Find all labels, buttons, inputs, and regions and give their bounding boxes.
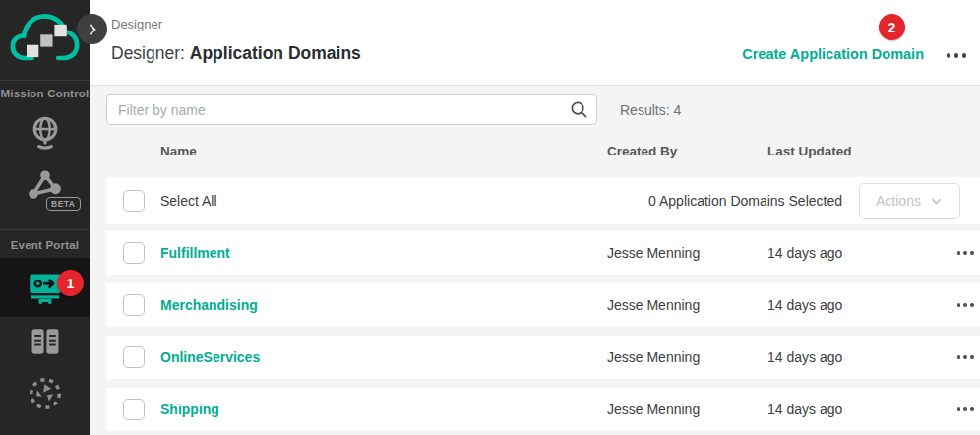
created-by-cell: Jesse Menning (607, 402, 767, 417)
sidebar-divider (0, 80, 90, 81)
sidebar: Mission Control BETA Event Portal (0, 0, 90, 435)
page-title-prefix: Designer: (111, 43, 190, 63)
created-by-cell: Jesse Menning (607, 349, 767, 365)
table-row: Merchandising Jesse Menning 14 days ago (106, 283, 980, 327)
chevron-down-icon (929, 194, 944, 209)
sidebar-item-catalog[interactable] (0, 323, 90, 360)
row-checkbox[interactable] (123, 242, 145, 264)
column-header-created-by: Created By (607, 144, 767, 158)
catalog-icon (27, 323, 64, 360)
create-application-domain-button[interactable]: Create Application Domain (742, 46, 924, 62)
column-header-last-updated: Last Updated (767, 144, 940, 158)
sidebar-item-runtime-event-manager[interactable] (0, 375, 90, 412)
main-panel: Designer Designer: Application Domains C… (90, 0, 980, 435)
breadcrumb: Designer (111, 17, 162, 31)
table-row: OnlineServices Jesse Menning 14 days ago (106, 336, 980, 379)
select-all-row: Select All 0 Application Domains Selecte… (106, 177, 980, 224)
application-domain-link[interactable]: Fulfillment (160, 245, 230, 261)
ellipsis-icon (957, 407, 961, 411)
last-updated-cell: 14 days ago (767, 297, 940, 313)
application-domain-link[interactable]: Shipping (160, 402, 219, 417)
application-domain-link[interactable]: OnlineServices (160, 349, 260, 365)
sidebar-divider (0, 229, 90, 230)
sidebar-item-mission-control-clouds[interactable] (0, 112, 90, 154)
chevron-right-icon (86, 23, 99, 36)
created-by-cell: Jesse Menning (607, 297, 767, 313)
mission-control-section-label: Mission Control (0, 88, 90, 99)
results-count: Results: 4 (620, 102, 681, 118)
page-title-bold: Application Domains (190, 43, 361, 63)
selection-summary: 0 Application Domains Selected (648, 193, 842, 209)
page-title: Designer: Application Domains (111, 43, 361, 64)
last-updated-cell: 14 days ago (767, 245, 940, 261)
annotation-badge-1: 1 (57, 270, 84, 296)
solace-cloud-logo[interactable] (9, 6, 80, 79)
sidebar-collapse-button[interactable] (77, 14, 107, 44)
row-overflow-menu-button[interactable] (955, 298, 976, 312)
row-overflow-menu-button[interactable] (955, 350, 976, 364)
ellipsis-icon (957, 355, 961, 359)
last-updated-cell: 14 days ago (767, 349, 940, 365)
filter-by-name-input[interactable] (106, 94, 597, 125)
ellipsis-icon (957, 303, 961, 307)
beta-badge: BETA (46, 197, 81, 211)
created-by-cell: Jesse Menning (607, 245, 767, 261)
search-icon (570, 100, 588, 119)
globe-icon (27, 112, 64, 154)
row-checkbox[interactable] (123, 294, 145, 316)
row-checkbox[interactable] (123, 399, 145, 420)
domain-rows: Fulfillment Jesse Menning 14 days ago Me… (106, 231, 980, 431)
application-domain-link[interactable]: Merchandising (160, 297, 258, 313)
last-updated-cell: 14 days ago (767, 402, 940, 417)
event-portal-section-label: Event Portal (0, 239, 90, 251)
row-checkbox[interactable] (123, 346, 145, 368)
column-header-name: Name (160, 144, 607, 158)
ellipsis-icon (947, 53, 951, 58)
table-row: Fulfillment Jesse Menning 14 days ago (106, 231, 980, 275)
actions-dropdown-button[interactable]: Actions (859, 183, 960, 219)
toolbar: Results: 4 (106, 86, 980, 125)
row-overflow-menu-button[interactable] (955, 246, 976, 260)
select-all-label: Select All (160, 193, 648, 209)
content-area: Results: 4 Name Created By Last Updated … (90, 86, 980, 435)
header-overflow-menu-button[interactable] (945, 49, 969, 62)
annotation-badge-2: 2 (879, 14, 905, 40)
runtime-globe-icon (27, 375, 64, 412)
page-header: Designer Designer: Application Domains C… (90, 0, 980, 86)
table-row: Shipping Jesse Menning 14 days ago (106, 388, 980, 431)
ellipsis-icon (957, 251, 961, 255)
actions-label: Actions (876, 193, 921, 209)
select-all-checkbox[interactable] (123, 190, 145, 212)
table-header-row: Name Created By Last Updated (106, 125, 980, 177)
row-overflow-menu-button[interactable] (955, 403, 976, 416)
